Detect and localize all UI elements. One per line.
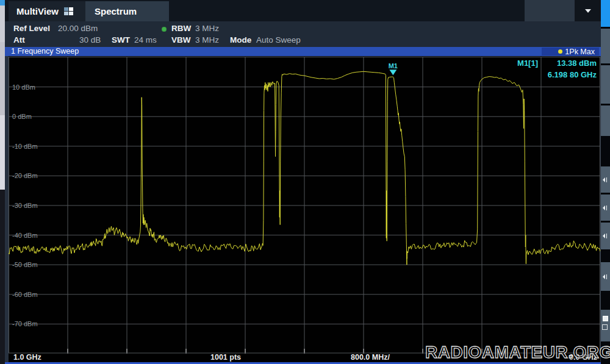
svg-text:10 dBm: 10 dBm [12, 84, 35, 91]
svg-text:-50 dBm: -50 dBm [12, 261, 38, 268]
tab-spectrum-label: Spectrum [95, 6, 137, 16]
mode-value[interactable]: Auto Sweep [256, 35, 301, 45]
svg-text:-60 dBm: -60 dBm [12, 291, 38, 298]
marker-name: M1[1] [517, 59, 538, 68]
analyzer-window: MultiView Spectrum Ref Level 20.00 dBm R… [5, 0, 601, 364]
multiview-grid-icon [64, 7, 73, 15]
background-window-accent [0, 0, 5, 5]
collapse-panel-button[interactable] [601, 194, 610, 221]
tab-overflow-button[interactable] [575, 0, 601, 21]
svg-text:-20 dBm: -20 dBm [12, 172, 38, 179]
windows-button[interactable] [601, 310, 610, 341]
screen: MultiView Spectrum Ref Level 20.00 dBm R… [0, 0, 610, 364]
swt-value[interactable]: 24 ms [134, 35, 157, 45]
window-icon [603, 316, 608, 321]
marker-table: M1[1] 13.38 dBm 6.198 80 GHz [466, 57, 600, 84]
vbw-label: VBW [171, 35, 191, 45]
right-panel-tile[interactable] [601, 105, 610, 136]
tabbar-filler [525, 0, 575, 21]
rbw-value[interactable]: 3 MHz [195, 24, 219, 33]
channel-title: 1 Frequency Sweep [11, 47, 79, 55]
svg-text:-30 dBm: -30 dBm [12, 202, 38, 209]
watermark-text: RADIOAMATEUR.ORG [425, 343, 610, 362]
tab-multiview[interactable]: MultiView [9, 1, 85, 21]
ref-level-value[interactable]: 20.00 dBm [58, 24, 98, 33]
right-panel-column [601, 0, 610, 364]
svg-text:-70 dBm: -70 dBm [12, 320, 38, 327]
background-window-segment [0, 115, 5, 190]
swt-label: SWT [112, 35, 130, 45]
background-window-strip [0, 0, 5, 364]
channel-bar: 1 Frequency Sweep 1Pk Max [5, 47, 601, 56]
marker-level: 13.38 dBm [557, 59, 597, 68]
collapse-panel-button[interactable] [601, 262, 610, 291]
collapse-left-icon [603, 205, 605, 210]
collapse-bar-icon [606, 205, 607, 210]
background-window-segment [0, 5, 5, 42]
span-per-division: 800.0 MHz/ [351, 353, 390, 362]
marker-frequency: 6.198 80 GHz [548, 70, 597, 79]
start-frequency: 1.0 GHz [13, 353, 41, 362]
settings-bar: Ref Level 20.00 dBm RBW 3 MHz Att 30 dB … [5, 21, 601, 47]
collapse-left-icon [603, 177, 605, 182]
spectrum-plot: 10 dBm0 dBm-10 dBm-20 dBm-30 dBm-40 dBm-… [9, 56, 600, 354]
background-window-segment [0, 42, 5, 115]
rbw-label: RBW [171, 24, 191, 33]
vbw-value[interactable]: 3 MHz [195, 35, 219, 45]
window-icon [602, 324, 608, 330]
svg-text:-10 dBm: -10 dBm [12, 143, 38, 150]
svg-text:M1: M1 [389, 62, 398, 70]
collapse-bar-icon [606, 177, 607, 182]
att-label: Att [13, 35, 25, 45]
trace-selector-chip[interactable]: 1Pk Max [542, 48, 599, 55]
svg-text:0 dBm: 0 dBm [12, 113, 32, 120]
sweep-points: 1001 pts [210, 353, 241, 362]
collapse-left-icon [603, 234, 605, 238]
att-value[interactable]: 30 dB [79, 35, 101, 45]
collapse-panel-button[interactable] [601, 223, 610, 249]
collapse-bar-icon [606, 274, 607, 279]
svg-text:-40 dBm: -40 dBm [12, 232, 38, 239]
right-panel-tile[interactable] [601, 65, 610, 104]
collapse-bar-icon [606, 234, 607, 238]
tab-bar: MultiView Spectrum [5, 0, 601, 21]
right-panel-accent-tile[interactable] [601, 0, 610, 27]
status-led-icon [162, 27, 167, 32]
tab-multiview-label: MultiView [16, 6, 59, 16]
ref-level-label: Ref Level [13, 24, 50, 33]
trace-mode-label: 1Pk Max [565, 48, 595, 56]
tab-spectrum[interactable]: Spectrum [85, 1, 169, 21]
trace-color-dot-icon [558, 49, 562, 54]
collapse-left-icon [603, 274, 605, 279]
right-panel-tile[interactable] [601, 29, 610, 63]
mode-label: Mode [230, 35, 251, 45]
spectrum-trace-canvas: 10 dBm0 dBm-10 dBm-20 dBm-30 dBm-40 dBm-… [9, 56, 600, 354]
collapse-panel-button[interactable] [601, 166, 610, 193]
chevron-down-icon [585, 9, 591, 13]
